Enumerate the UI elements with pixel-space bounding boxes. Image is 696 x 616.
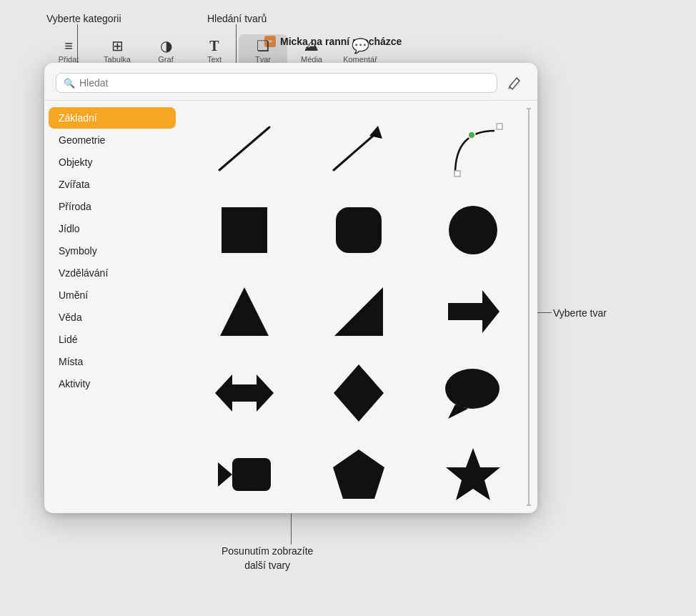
- svg-rect-6: [454, 171, 460, 177]
- chart-icon: ◑: [160, 39, 172, 53]
- shape-icon: ❏: [257, 39, 269, 53]
- sidebar-item-symboly[interactable]: Symboly: [49, 240, 176, 262]
- shape-star[interactable]: [417, 435, 529, 513]
- sidebar: Základní Geometrie Objekty Zvířata Příro…: [44, 101, 180, 513]
- annotation-vyberte-tvar: Vyberte tvar: [553, 307, 607, 319]
- ann-line-posunuti: [291, 513, 292, 545]
- annotation-kategorie: Vyberte kategorii: [46, 13, 121, 24]
- sidebar-item-zakladni[interactable]: Základní: [49, 107, 176, 129]
- svg-rect-5: [497, 124, 502, 129]
- shape-speech-bubble[interactable]: [417, 354, 529, 432]
- search-input[interactable]: [79, 77, 489, 89]
- shape-arrow-line[interactable]: [303, 109, 414, 188]
- toolbar-shape[interactable]: ❏ Tvar: [239, 34, 287, 66]
- sidebar-item-priroda[interactable]: Příroda: [49, 196, 176, 217]
- sidebar-item-jidlo[interactable]: Jídlo: [49, 218, 176, 239]
- sidebar-item-vzdelavani[interactable]: Vzdělávání: [49, 262, 176, 284]
- shape-square[interactable]: [189, 191, 300, 269]
- svg-point-9: [449, 206, 497, 254]
- toolbar-comment[interactable]: 💬 Komentář: [336, 34, 384, 66]
- bracket-line: [528, 109, 530, 505]
- svg-marker-18: [218, 462, 232, 487]
- annotation-hledani: Hledání tvarů: [207, 13, 267, 24]
- svg-marker-11: [334, 287, 383, 336]
- table-icon: ⊞: [111, 39, 124, 53]
- svg-line-1: [334, 131, 378, 170]
- svg-point-4: [468, 131, 475, 139]
- sidebar-item-veda[interactable]: Věda: [49, 307, 176, 328]
- svg-rect-8: [336, 207, 382, 253]
- svg-point-15: [445, 369, 499, 409]
- shapes-grid: [189, 109, 529, 513]
- toolbar-add[interactable]: ≡ Přidat: [44, 34, 93, 66]
- pen-icon: [507, 75, 522, 91]
- sidebar-item-objekty[interactable]: Objekty: [49, 151, 176, 173]
- shape-rounded-square[interactable]: [303, 191, 414, 269]
- shapes-panel: 🔍 Základní Geometrie Objekty Zvířata Pří…: [44, 63, 537, 513]
- sidebar-item-umeni[interactable]: Umění: [49, 284, 176, 306]
- search-input-wrap[interactable]: 🔍: [56, 73, 497, 93]
- svg-marker-20: [446, 448, 500, 500]
- shape-triangle[interactable]: [189, 272, 300, 351]
- svg-rect-17: [232, 458, 271, 491]
- media-icon: ⛰: [304, 39, 319, 53]
- toolbar-chart[interactable]: ◑ Graf: [141, 34, 190, 66]
- add-icon: ≡: [64, 39, 73, 53]
- shape-right-triangle[interactable]: [303, 272, 414, 351]
- shape-double-arrow[interactable]: [189, 354, 300, 432]
- comment-icon: 💬: [352, 39, 369, 53]
- shape-line[interactable]: [189, 109, 300, 188]
- annotation-posunuti: Posunutím zobrazíte další tvary: [222, 545, 313, 572]
- toolbar: ≡ Přidat ⊞ Tabulka ◑ Graf T Text ❏ Tvar …: [44, 34, 384, 66]
- sidebar-item-lide[interactable]: Lidé: [49, 329, 176, 350]
- panel-body: Základní Geometrie Objekty Zvířata Příro…: [44, 101, 537, 513]
- shape-circle[interactable]: [417, 191, 529, 269]
- svg-marker-14: [334, 364, 384, 422]
- toolbar-text[interactable]: T Text: [190, 34, 239, 66]
- svg-line-0: [219, 127, 269, 170]
- text-icon: T: [209, 39, 219, 53]
- svg-marker-10: [220, 287, 269, 336]
- sidebar-item-mista[interactable]: Místa: [49, 351, 176, 372]
- sidebar-item-geometrie[interactable]: Geometrie: [49, 129, 176, 151]
- svg-marker-12: [448, 290, 499, 333]
- svg-marker-19: [333, 449, 384, 499]
- shape-pentagon[interactable]: [303, 435, 414, 513]
- shape-arrow-right[interactable]: [417, 272, 529, 351]
- shape-curve[interactable]: [417, 109, 529, 188]
- shapes-area: [180, 101, 537, 513]
- shape-diamond[interactable]: [303, 354, 414, 432]
- pen-button[interactable]: [503, 71, 526, 94]
- toolbar-table[interactable]: ⊞ Tabulka: [93, 34, 141, 66]
- shape-arrow-left-square[interactable]: [189, 435, 300, 513]
- bracket-bottom: [527, 505, 531, 506]
- ann-line-vyberte-tvar: [537, 312, 552, 313]
- svg-marker-13: [215, 374, 274, 412]
- sidebar-item-aktivity[interactable]: Aktivity: [49, 373, 176, 394]
- search-icon: 🔍: [64, 78, 75, 89]
- toolbar-media[interactable]: ⛰ Média: [287, 34, 336, 66]
- search-bar: 🔍: [44, 63, 537, 101]
- scroll-bracket: [526, 108, 532, 506]
- svg-rect-7: [222, 207, 267, 253]
- sidebar-item-zvirata[interactable]: Zvířata: [49, 174, 176, 195]
